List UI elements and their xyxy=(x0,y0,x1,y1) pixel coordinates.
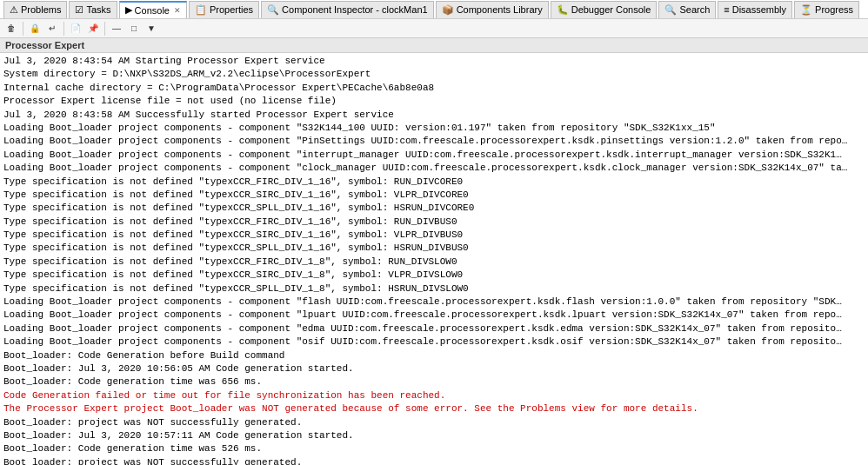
console-line: Type specification is not defined "typex… xyxy=(3,242,865,255)
tab-component-inspector[interactable]: 🔍 Component Inspector - clockMan1 xyxy=(261,1,434,18)
console-line: Type specification is not defined "typex… xyxy=(3,229,865,242)
console-line: Loading Boot_loader project components -… xyxy=(3,309,865,322)
progress-icon: ⏳ xyxy=(800,4,812,16)
console-line: Type specification is not defined "typex… xyxy=(3,256,865,269)
tab-debugger-console-label: Debugger Console xyxy=(571,4,651,15)
console-output[interactable]: Jul 3, 2020 8:43:54 AM Starting Processo… xyxy=(0,53,868,465)
console-line: Type specification is not defined "typex… xyxy=(3,282,865,296)
console-line: Loading Boot_loader project components -… xyxy=(3,322,865,335)
console-close-icon[interactable]: ✕ xyxy=(174,6,181,15)
component-inspector-icon: 🔍 xyxy=(267,4,279,16)
tasks-icon: ☑ xyxy=(75,4,83,16)
console-line: Type specification is not defined "typex… xyxy=(3,202,865,215)
word-wrap-button[interactable]: ↵ xyxy=(44,21,60,37)
clear-console-button[interactable]: 🗑 xyxy=(3,21,19,37)
tab-progress[interactable]: ⏳ Progress xyxy=(794,1,859,18)
console-line: Processor Expert license file = not used… xyxy=(3,95,865,108)
console-toolbar: 🗑 🔒 ↵ 📄 📌 — □ ▼ xyxy=(0,19,868,38)
console-line: Loading Boot_loader project components -… xyxy=(3,135,865,148)
tab-search-label: Search xyxy=(679,4,710,15)
titlebar: ⚠ Problems ☑ Tasks ▶ Console ✕ 📋 Propert… xyxy=(0,0,868,19)
console-line: Jul 3, 2020 8:43:58 AM Successfully star… xyxy=(3,109,865,122)
section-title: Processor Expert xyxy=(5,40,84,50)
console-line: System directory = D:\NXP\S32DS_ARM_v2.2… xyxy=(3,68,865,81)
problems-icon: ⚠ xyxy=(10,4,18,16)
tab-tasks[interactable]: ☑ Tasks xyxy=(69,1,117,18)
toolbar-sep-3 xyxy=(104,22,105,36)
tab-properties[interactable]: 📋 Properties xyxy=(189,1,259,18)
console-line: Boot_loader: project was NOT successfull… xyxy=(3,416,865,429)
tab-component-inspector-label: Component Inspector - clockMan1 xyxy=(282,4,428,15)
search-icon: 🔍 xyxy=(664,4,677,16)
tab-search[interactable]: 🔍 Search xyxy=(658,1,716,18)
disassembly-icon: ≡ xyxy=(724,4,729,15)
console-line: Loading Boot_loader project components -… xyxy=(3,296,865,309)
console-line-error: Code Generation failed or time out for f… xyxy=(3,389,865,402)
console-line: Loading Boot_loader project components -… xyxy=(3,335,865,349)
scroll-lock-button[interactable]: 🔒 xyxy=(27,21,43,37)
tab-properties-label: Properties xyxy=(210,4,253,15)
tab-disassembly[interactable]: ≡ Disassembly xyxy=(718,1,792,18)
console-line: Type specification is not defined "typex… xyxy=(3,189,865,202)
console-line: Loading Boot_loader project components -… xyxy=(3,122,865,135)
console-line: Boot_loader: Code Generation before Buil… xyxy=(3,349,865,362)
console-line: Loading Boot_loader project components -… xyxy=(3,162,865,175)
console-line: Boot_loader: Jul 3, 2020 10:57:11 AM Cod… xyxy=(3,429,865,442)
tab-components-library[interactable]: 📦 Components Library xyxy=(436,1,549,18)
console-line-error: The Processor Expert project Boot_loader… xyxy=(3,402,865,415)
tab-disassembly-label: Disassembly xyxy=(732,4,786,15)
components-library-icon: 📦 xyxy=(442,4,454,16)
console-line: Type specification is not defined "typex… xyxy=(3,216,865,229)
console-line: Boot_loader: Code generation time was 65… xyxy=(3,375,865,389)
tab-problems-label: Problems xyxy=(21,4,61,15)
console-line: Type specification is not defined "typex… xyxy=(3,176,865,189)
minimize-button[interactable]: — xyxy=(109,21,124,37)
properties-icon: 📋 xyxy=(195,4,207,16)
section-header: Processor Expert xyxy=(0,38,868,53)
console-line: Boot_loader: Jul 3, 2020 10:56:05 AM Cod… xyxy=(3,362,865,375)
console-line: Jul 3, 2020 8:43:54 AM Starting Processo… xyxy=(3,55,865,68)
tab-problems[interactable]: ⚠ Problems xyxy=(3,1,67,18)
pin-console-button[interactable]: 📌 xyxy=(85,21,101,37)
console-line: Boot_loader: Code generation time was 52… xyxy=(3,442,865,455)
toolbar-sep-1 xyxy=(23,22,23,36)
console-line: Internal cache directory = C:\ProgramDat… xyxy=(3,82,865,95)
tab-components-library-label: Components Library xyxy=(457,4,543,15)
console-icon: ▶ xyxy=(125,4,132,16)
view-menu-button[interactable]: ▼ xyxy=(144,21,159,37)
tab-debugger-console[interactable]: 🐛 Debugger Console xyxy=(551,1,658,18)
tab-console[interactable]: ▶ Console ✕ xyxy=(119,1,187,18)
toolbar-sep-2 xyxy=(63,22,64,36)
maximize-button[interactable]: □ xyxy=(126,21,142,37)
content-area: Processor Expert Jul 3, 2020 8:43:54 AM … xyxy=(0,38,868,465)
console-line: Boot_loader: project was NOT successfull… xyxy=(3,456,865,465)
console-line: Type specification is not defined "typex… xyxy=(3,269,865,282)
console-line: Loading Boot_loader project components -… xyxy=(3,149,865,162)
tab-progress-label: Progress xyxy=(815,4,853,15)
tab-console-label: Console xyxy=(135,5,170,16)
tab-tasks-label: Tasks xyxy=(86,4,110,15)
debugger-console-icon: 🐛 xyxy=(557,4,569,16)
open-file-button[interactable]: 📄 xyxy=(68,21,83,37)
